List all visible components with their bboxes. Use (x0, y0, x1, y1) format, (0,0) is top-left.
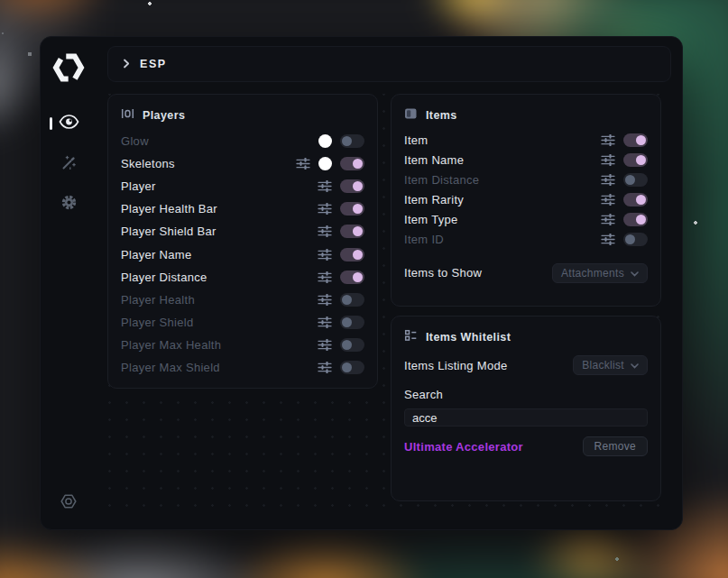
setting-label: Glow (121, 134, 149, 148)
players-icon (121, 107, 134, 124)
toggle-switch[interactable] (623, 213, 648, 226)
config-sliders-icon[interactable] (318, 317, 332, 328)
items-panel: Items ItemItem NameItem DistanceItem Rar… (391, 94, 661, 307)
config-sliders-icon[interactable] (318, 225, 332, 237)
config-sliders-icon[interactable] (601, 194, 615, 206)
toggle-knob (625, 175, 635, 185)
whitelist-entry-name: Ultimate Accelerator (404, 440, 523, 454)
config-sliders-icon[interactable] (601, 214, 615, 225)
toggle-knob (353, 272, 363, 282)
cheat-menu-window: ESP Players GlowSkeletonsPlayerPlayer (40, 36, 683, 530)
setting-row: Item (404, 130, 648, 150)
toggle-switch[interactable] (340, 202, 364, 216)
config-sliders-icon[interactable] (318, 271, 332, 283)
panel-title: Players (143, 109, 185, 122)
toggle-switch[interactable] (340, 293, 364, 307)
listing-mode-row: Items Listing Mode Blacklist (404, 352, 648, 379)
items-to-show-dropdown[interactable]: Attachments (552, 263, 648, 283)
gear-icon (60, 194, 78, 215)
toggle-switch[interactable] (340, 225, 364, 238)
config-sliders-icon[interactable] (318, 362, 332, 373)
setting-row: Player Max Shield (121, 356, 364, 379)
toggle-knob (353, 181, 363, 191)
setting-label: Player Health (121, 293, 195, 307)
setting-label: Player Max Shield (121, 361, 220, 374)
setting-row: Player Name (121, 243, 364, 265)
active-indicator (50, 117, 52, 130)
sidebar-item-aim[interactable] (41, 143, 97, 184)
setting-row: Skeletons (121, 152, 364, 175)
setting-label: Player Shield Bar (121, 225, 217, 238)
toggle-knob (636, 195, 646, 205)
toggle-knob (636, 155, 646, 165)
config-sliders-icon[interactable] (601, 174, 615, 186)
toggle-knob (625, 234, 635, 244)
color-swatch[interactable] (318, 157, 332, 170)
setting-row: Player Health Bar (121, 197, 364, 220)
setting-label: Player Distance (121, 271, 207, 284)
toggle-switch[interactable] (340, 134, 364, 148)
checklist-icon (404, 329, 418, 345)
setting-label: Skeletons (121, 157, 175, 170)
config-sliders-icon[interactable] (601, 134, 615, 146)
setting-label: Item (404, 133, 428, 147)
setting-row: Item Type (404, 209, 648, 229)
items-whitelist-panel: Items Whitelist Items Listing Mode Black… (391, 316, 661, 501)
sidebar-item-esp[interactable] (41, 103, 97, 143)
items-icon (404, 107, 418, 124)
setting-label: Item ID (404, 233, 444, 246)
color-swatch[interactable] (318, 134, 332, 148)
config-sliders-icon[interactable] (318, 294, 332, 306)
items-to-show-label: Items to Show (404, 266, 482, 280)
toggle-switch[interactable] (623, 153, 648, 167)
dropdown-value: Blacklist (582, 359, 624, 372)
setting-row: Player Health (121, 289, 364, 311)
listing-mode-label: Items Listing Mode (404, 359, 508, 372)
toggle-knob (353, 226, 363, 236)
items-settings-list: ItemItem NameItem DistanceItem RarityIte… (404, 130, 648, 249)
sidebar-footer-button[interactable] (60, 488, 78, 518)
toggle-switch[interactable] (623, 233, 648, 246)
chevron-right-icon (123, 56, 130, 72)
toggle-switch[interactable] (340, 157, 364, 170)
config-sliders-icon[interactable] (601, 234, 615, 245)
config-sliders-icon[interactable] (296, 158, 310, 170)
main-area: ESP Players GlowSkeletonsPlayerPlayer (97, 37, 682, 529)
setting-label: Item Distance (404, 173, 479, 187)
config-sliders-icon[interactable] (318, 249, 332, 261)
search-label: Search (404, 388, 443, 401)
setting-row: Glow (121, 130, 364, 152)
toggle-knob (353, 159, 363, 169)
toggle-switch[interactable] (340, 316, 364, 329)
section-header-bar[interactable]: ESP (107, 46, 671, 82)
toggle-switch[interactable] (623, 173, 648, 187)
toggle-switch[interactable] (340, 179, 364, 193)
search-input[interactable] (404, 408, 648, 427)
setting-row: Item ID (404, 229, 648, 249)
config-sliders-icon[interactable] (318, 180, 332, 192)
dropdown-value: Attachments (561, 267, 624, 280)
toggle-switch[interactable] (340, 271, 364, 284)
toggle-switch[interactable] (340, 338, 364, 352)
setting-label: Player Name (121, 248, 191, 261)
chevron-down-icon (631, 359, 639, 372)
config-sliders-icon[interactable] (318, 339, 332, 351)
toggle-knob (353, 250, 363, 260)
toggle-knob (342, 362, 352, 372)
toggle-knob (353, 204, 363, 214)
setting-row: Player Shield Bar (121, 220, 364, 243)
remove-button[interactable]: Remove (583, 436, 648, 456)
config-sliders-icon[interactable] (601, 154, 615, 166)
panel-title: Items (426, 109, 457, 122)
setting-row: Player Max Health (121, 334, 364, 356)
sidebar (41, 37, 97, 529)
toggle-switch[interactable] (623, 133, 648, 147)
toggle-switch[interactable] (340, 361, 364, 374)
listing-mode-dropdown[interactable]: Blacklist (573, 355, 648, 375)
config-sliders-icon[interactable] (318, 203, 332, 215)
toggle-switch[interactable] (623, 193, 648, 206)
sidebar-item-settings[interactable] (41, 184, 97, 225)
toggle-switch[interactable] (340, 248, 364, 261)
setting-row: Player (121, 175, 364, 197)
toggle-knob (636, 215, 646, 225)
